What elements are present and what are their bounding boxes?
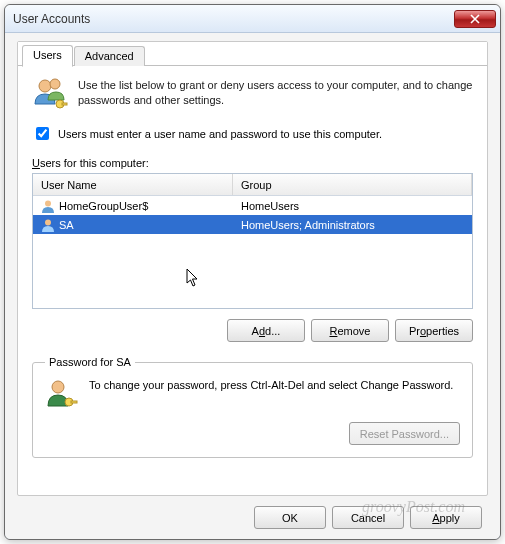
svg-point-0 [39, 80, 51, 92]
user-icon [41, 199, 55, 213]
reset-password-button: Reset Password... [349, 422, 460, 445]
table-row[interactable]: SA HomeUsers; Administrators [33, 215, 472, 234]
listview-header: User Name Group [33, 174, 472, 196]
tab-body-users: Use the list below to grant or deny user… [18, 66, 487, 495]
remove-button[interactable]: Remove [311, 319, 389, 342]
require-password-row: Users must enter a user name and passwor… [32, 124, 473, 143]
svg-point-5 [45, 219, 51, 225]
require-password-checkbox[interactable] [36, 127, 49, 140]
user-buttons-row: Add... Remove Properties [32, 319, 473, 342]
col-header-username[interactable]: User Name [33, 174, 233, 195]
add-button[interactable]: Add... [227, 319, 305, 342]
users-listview[interactable]: User Name Group HomeGroupUser$ HomeUsers [32, 173, 473, 309]
close-button[interactable] [454, 10, 496, 28]
cell-group: HomeUsers; Administrators [241, 219, 375, 231]
user-key-icon [45, 378, 79, 412]
cell-username: SA [59, 219, 74, 231]
instruction-text: Use the list below to grant or deny user… [78, 76, 473, 112]
apply-button[interactable]: Apply [410, 506, 482, 529]
user-icon [41, 218, 55, 232]
password-text: To change your password, press Ctrl-Alt-… [89, 378, 460, 393]
cancel-button[interactable]: Cancel [332, 506, 404, 529]
svg-point-6 [52, 381, 64, 393]
users-keys-icon [32, 76, 68, 112]
cell-username: HomeGroupUser$ [59, 200, 148, 212]
password-legend: Password for SA [45, 356, 135, 368]
svg-rect-3 [62, 103, 67, 105]
require-password-label: Users must enter a user name and passwor… [58, 128, 382, 140]
dialog-content: Users Advanced Use the list below to gra… [5, 33, 500, 539]
properties-button[interactable]: Properties [395, 319, 473, 342]
titlebar: User Accounts [5, 5, 500, 33]
cell-group: HomeUsers [241, 200, 299, 212]
close-icon [470, 14, 480, 24]
ok-button[interactable]: OK [254, 506, 326, 529]
table-row[interactable]: HomeGroupUser$ HomeUsers [33, 196, 472, 215]
users-list-label: Users for this computer: [32, 157, 473, 169]
svg-point-4 [45, 200, 51, 206]
user-accounts-dialog: User Accounts Users Advanced [4, 4, 501, 540]
svg-rect-8 [71, 401, 77, 403]
col-header-group[interactable]: Group [233, 174, 472, 195]
instruction-row: Use the list below to grant or deny user… [32, 76, 473, 112]
tab-users[interactable]: Users [22, 45, 73, 67]
window-title: User Accounts [13, 12, 454, 26]
password-groupbox: Password for SA To change your password,… [32, 356, 473, 458]
svg-point-1 [50, 79, 60, 89]
tab-advanced[interactable]: Advanced [74, 46, 145, 66]
inner-panel: Users Advanced Use the list below to gra… [17, 41, 488, 496]
dialog-footer: OK Cancel Apply [17, 496, 488, 529]
tabstrip: Users Advanced [18, 42, 487, 66]
